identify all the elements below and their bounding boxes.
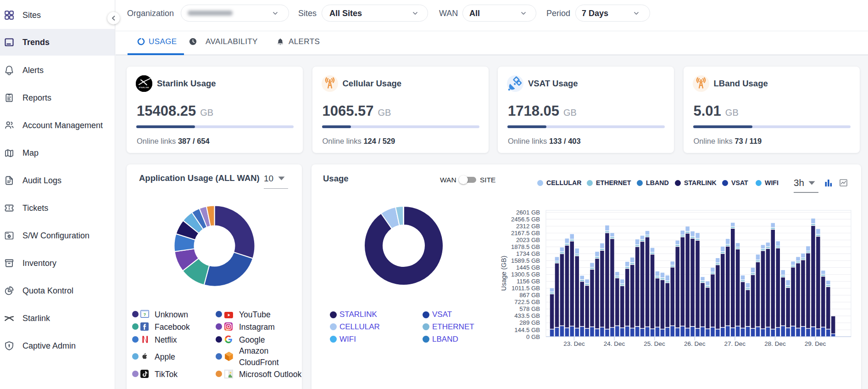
svg-text:26. Dec: 26. Dec <box>684 340 706 347</box>
svg-text:144.5 GB: 144.5 GB <box>514 327 540 333</box>
svg-text:433.5 GB: 433.5 GB <box>514 312 540 319</box>
svg-text:1445 GB: 1445 GB <box>516 264 540 271</box>
svg-text:STARLINK: STARLINK <box>139 87 150 89</box>
svg-text:722.5 GB: 722.5 GB <box>514 299 540 305</box>
svg-text:867 GB: 867 GB <box>519 292 540 299</box>
svg-text:2023 GB: 2023 GB <box>516 237 540 243</box>
svg-text:2456.5 GB: 2456.5 GB <box>511 216 540 223</box>
svg-text:1300.5 GB: 1300.5 GB <box>511 271 540 278</box>
svg-text:2167.5 GB: 2167.5 GB <box>511 230 540 237</box>
svg-text:29. Dec: 29. Dec <box>805 340 826 347</box>
svg-text:2601 GB: 2601 GB <box>516 209 540 216</box>
svg-text:Usage (GB): Usage (GB) <box>500 256 507 291</box>
svg-text:24. Dec: 24. Dec <box>604 340 625 347</box>
svg-text:2312 GB: 2312 GB <box>516 223 540 230</box>
svg-text:25. Dec: 25. Dec <box>644 340 665 347</box>
svg-text:1878.5 GB: 1878.5 GB <box>511 243 540 250</box>
svg-text:1734 GB: 1734 GB <box>516 250 540 257</box>
svg-text:1156 GB: 1156 GB <box>517 278 540 285</box>
svg-text:28. Dec: 28. Dec <box>764 340 786 347</box>
svg-text:289 GB: 289 GB <box>519 319 540 326</box>
svg-text:1011.5 GB: 1011.5 GB <box>512 285 540 292</box>
svg-text:?: ? <box>144 312 146 317</box>
svg-text:1589.5 GB: 1589.5 GB <box>511 257 540 264</box>
svg-text:0 GB: 0 GB <box>526 333 540 340</box>
svg-text:23. Dec: 23. Dec <box>563 340 585 347</box>
svg-text:578 GB: 578 GB <box>519 305 540 312</box>
svg-text:27. Dec: 27. Dec <box>724 340 746 347</box>
